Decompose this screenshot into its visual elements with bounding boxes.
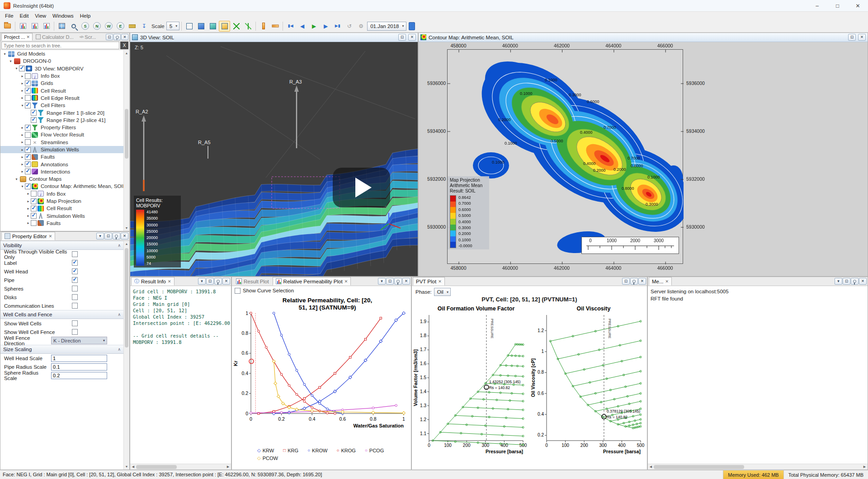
tab-scripts[interactable]: </> Scr... bbox=[77, 33, 99, 41]
tree-item[interactable]: ▸Info Box bbox=[0, 72, 123, 80]
float-panel-button[interactable]: ⊡ bbox=[386, 278, 394, 285]
tree-item[interactable]: ▾Grid Models bbox=[0, 50, 123, 57]
legend-item-krog[interactable]: ○KROG bbox=[336, 448, 355, 453]
tree-expander-icon[interactable]: ▸ bbox=[26, 207, 31, 211]
tree-expander-icon[interactable]: ▾ bbox=[20, 103, 25, 108]
legend-item-krg[interactable]: □KRG bbox=[283, 448, 298, 453]
show-faults-button[interactable] bbox=[219, 21, 230, 32]
tree-item[interactable]: ▾Contour Map: Arithmetic Mean, SOIL bbox=[0, 183, 123, 190]
show-grid-box-button[interactable] bbox=[184, 21, 195, 32]
tree-item[interactable]: ▸Info Box bbox=[0, 190, 123, 197]
tree-expander-icon[interactable]: ▸ bbox=[20, 133, 25, 137]
property-input[interactable] bbox=[51, 355, 107, 362]
collapse-icon[interactable]: ∧ bbox=[118, 243, 121, 248]
scroll-left-icon[interactable]: ◀ bbox=[648, 465, 654, 469]
step-forward-button[interactable]: ▶ bbox=[320, 21, 331, 32]
scrollbar-thumb[interactable] bbox=[125, 109, 128, 159]
tree-item-checkbox[interactable] bbox=[31, 117, 37, 123]
new-summary-plot-button[interactable] bbox=[17, 21, 28, 32]
section-header[interactable]: Well Cells and Fence∧ bbox=[0, 310, 123, 319]
scale-combo[interactable]: 5 ▾ bbox=[166, 22, 179, 30]
close-panel-button[interactable]: ✕ bbox=[222, 278, 230, 285]
float-panel-button[interactable]: ⊡ bbox=[206, 278, 214, 285]
tab-pvt-plot[interactable]: PVT Plot ✕ bbox=[413, 277, 445, 286]
close-panel-button[interactable]: ✕ bbox=[121, 34, 128, 40]
tile-windows-button[interactable] bbox=[56, 21, 67, 32]
tree-expander-icon[interactable]: ▸ bbox=[20, 74, 25, 78]
tree-item-checkbox[interactable] bbox=[25, 73, 31, 79]
timestep-combo[interactable]: 01.Jan 2018 ▾ bbox=[367, 22, 406, 31]
result-info-hscrollbar[interactable]: ◀ ▶ bbox=[130, 464, 231, 470]
tree-expander-icon[interactable]: ▸ bbox=[20, 96, 25, 100]
tab-property-editor[interactable]: Property Editor ✕ bbox=[1, 232, 55, 240]
tree-expander-icon[interactable]: ▸ bbox=[20, 140, 25, 144]
well-paths-button[interactable] bbox=[242, 21, 254, 32]
maximize-button[interactable]: □ bbox=[827, 0, 848, 11]
tree-item[interactable]: ▾DROGON-0 bbox=[0, 57, 123, 65]
property-editor-scrollbar[interactable]: ▲ ▼ bbox=[123, 241, 129, 470]
tree-expander-icon[interactable]: ▸ bbox=[20, 169, 25, 174]
view-from-north-button[interactable]: N bbox=[91, 21, 103, 32]
open-project-button[interactable] bbox=[2, 21, 13, 32]
tree-expander-icon[interactable]: ▾ bbox=[20, 184, 25, 188]
tree-expander-icon[interactable]: ▾ bbox=[14, 66, 19, 70]
panel-menu-button[interactable]: ▾ bbox=[96, 233, 104, 240]
pin-panel-button[interactable] bbox=[630, 278, 638, 285]
close-panel-button[interactable]: ✕ bbox=[121, 233, 128, 240]
property-checkbox[interactable] bbox=[72, 320, 78, 326]
tree-item-checkbox[interactable] bbox=[25, 154, 31, 160]
show-grid-surface-button[interactable] bbox=[207, 21, 218, 32]
section-header[interactable]: Size Scaling∧ bbox=[0, 345, 123, 354]
collapse-icon[interactable]: ∧ bbox=[118, 347, 121, 352]
tree-expander-icon[interactable]: ▸ bbox=[26, 199, 31, 203]
scroll-down-icon[interactable]: ▼ bbox=[124, 225, 129, 231]
menu-file[interactable]: File bbox=[2, 13, 17, 19]
phase-combo[interactable]: Oil ▾ bbox=[434, 288, 451, 296]
tree-item-checkbox[interactable] bbox=[25, 125, 31, 131]
show-curve-selection-checkbox[interactable] bbox=[235, 288, 241, 294]
tree-scrollbar[interactable]: ▲ ▼ bbox=[123, 50, 129, 231]
close-icon[interactable]: ✕ bbox=[168, 279, 171, 284]
property-checkbox[interactable] bbox=[72, 251, 78, 257]
tab-relative-permeability-plot[interactable]: Relative Permeability Plot ✕ bbox=[273, 277, 351, 286]
tree-expander-icon[interactable]: ▸ bbox=[20, 148, 25, 152]
step-back-button[interactable]: ◀ bbox=[297, 21, 308, 32]
scroll-down-icon[interactable]: ▼ bbox=[124, 464, 129, 470]
pin-panel-button[interactable] bbox=[113, 34, 121, 40]
scroll-left-icon[interactable]: ◀ bbox=[130, 465, 136, 469]
property-checkbox[interactable] bbox=[72, 294, 78, 300]
play-button[interactable]: ▶ bbox=[308, 21, 320, 32]
float-panel-button[interactable]: ⊡ bbox=[843, 278, 850, 285]
scrollbar-thumb[interactable] bbox=[125, 248, 128, 348]
property-checkbox[interactable] bbox=[72, 260, 78, 266]
status-memory-used[interactable]: Memory Used: 462 MB bbox=[723, 470, 783, 479]
scroll-up-icon[interactable]: ▲ bbox=[124, 241, 129, 247]
scroll-right-icon[interactable]: ▶ bbox=[862, 465, 868, 469]
tree-item[interactable]: ▾Contour Maps bbox=[0, 175, 123, 183]
tree-item[interactable]: ▸Property Filters bbox=[0, 124, 123, 131]
slice-i-button[interactable] bbox=[258, 21, 269, 32]
slice-j-button[interactable] bbox=[269, 21, 281, 32]
crossed-wells-button[interactable] bbox=[231, 21, 242, 32]
property-combo[interactable]: K - Direction▾ bbox=[51, 337, 107, 344]
new-plot-window-button[interactable] bbox=[41, 21, 52, 32]
close-icon[interactable]: ✕ bbox=[344, 279, 348, 284]
tab-result-plot[interactable]: Result Plot bbox=[233, 277, 272, 286]
skip-to-start-button[interactable]: ▮◀ bbox=[285, 21, 296, 32]
close-icon[interactable]: ✕ bbox=[49, 234, 52, 239]
new-well-log-plot-button[interactable] bbox=[29, 21, 40, 32]
property-input[interactable] bbox=[51, 372, 107, 379]
close-button[interactable]: ✕ bbox=[848, 0, 868, 11]
tree-item[interactable]: ▾Cell Filters bbox=[0, 102, 123, 109]
pin-panel-button[interactable] bbox=[851, 278, 859, 285]
menu-help[interactable]: Help bbox=[77, 13, 94, 19]
messages-hscrollbar[interactable]: ◀ ▶ bbox=[648, 464, 868, 470]
tree-expander-icon[interactable]: ▾ bbox=[8, 59, 13, 63]
tree-expander-icon[interactable]: ▸ bbox=[20, 89, 25, 93]
tree-item[interactable]: ▸Map Projection bbox=[0, 197, 123, 205]
tree-expander-icon[interactable]: ▸ bbox=[26, 192, 31, 196]
tree-item-checkbox[interactable] bbox=[31, 213, 37, 219]
tree-item[interactable]: ▸Faults bbox=[0, 220, 123, 227]
tree-item-checkbox[interactable] bbox=[25, 169, 31, 174]
close-panel-button[interactable]: ✕ bbox=[638, 278, 646, 285]
